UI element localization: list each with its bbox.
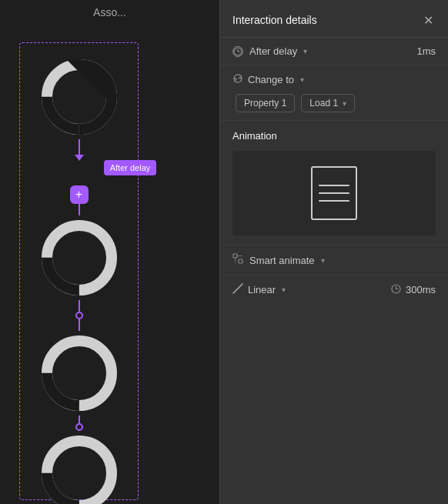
animation-section: Animation — [220, 121, 448, 245]
change-to-pills: Property 1 Load 1 ▾ — [232, 94, 436, 112]
change-to-label[interactable]: Change to ▾ — [232, 73, 436, 86]
duration-item[interactable]: 300ms — [391, 284, 436, 296]
frame-container: After delay + — [19, 42, 139, 500]
delay-icon — [232, 46, 243, 57]
canvas-area: Asso... After delay — [0, 0, 219, 504]
change-to-section: Change to ▾ Property 1 Load 1 ▾ — [220, 65, 448, 121]
panel-title: Interaction details — [232, 14, 317, 26]
svg-rect-11 — [233, 254, 237, 258]
load-1-pill[interactable]: Load 1 ▾ — [301, 94, 355, 112]
canvas-title: Asso... — [93, 6, 126, 18]
svg-rect-12 — [239, 259, 242, 263]
anim-line-2 — [319, 192, 349, 194]
interaction-panel: Interaction details ✕ After delay ▾ 1ms — [219, 0, 448, 504]
clock-icon — [391, 284, 401, 296]
linear-dropdown-arrow: ▾ — [282, 285, 286, 294]
sync-icon — [232, 73, 243, 86]
animation-preview — [232, 151, 436, 235]
close-button[interactable]: ✕ — [420, 12, 436, 28]
add-interaction-button[interactable]: + — [70, 185, 89, 204]
ring-3 — [37, 331, 122, 416]
svg-line-15 — [233, 284, 242, 293]
duration-value: 300ms — [406, 284, 436, 295]
after-delay-badge[interactable]: After delay — [104, 160, 157, 175]
load-dropdown-arrow: ▾ — [343, 99, 346, 108]
linear-row: Linear ▾ 300ms — [220, 275, 448, 304]
property-1-pill[interactable]: Property 1 — [236, 94, 295, 112]
ring-1 — [37, 55, 122, 139]
smart-animate-label: Smart animate ▾ — [249, 255, 436, 266]
animation-label: Animation — [232, 130, 436, 142]
linear-item[interactable]: Linear ▾ — [232, 283, 286, 296]
animation-icon — [311, 166, 357, 220]
panel-header: Interaction details ✕ — [220, 0, 448, 38]
change-to-dropdown-arrow: ▾ — [300, 75, 304, 84]
after-delay-row[interactable]: After delay ▾ 1ms — [220, 38, 448, 65]
anim-line-3 — [319, 200, 349, 202]
linear-icon — [232, 283, 243, 296]
connector-dot — [75, 312, 83, 319]
connector-dot-2 — [75, 423, 83, 431]
after-delay-value[interactable]: 1ms — [416, 45, 436, 57]
ring-2 — [37, 215, 122, 300]
after-delay-dropdown-arrow: ▾ — [303, 47, 307, 55]
smart-animate-dropdown-arrow: ▾ — [321, 256, 325, 265]
after-delay-label: After delay ▾ — [249, 45, 410, 57]
smart-animate-row[interactable]: Smart animate ▾ — [220, 245, 448, 275]
smart-animate-icon — [232, 253, 243, 267]
ring-4 — [37, 431, 122, 504]
anim-line-1 — [319, 185, 349, 186]
